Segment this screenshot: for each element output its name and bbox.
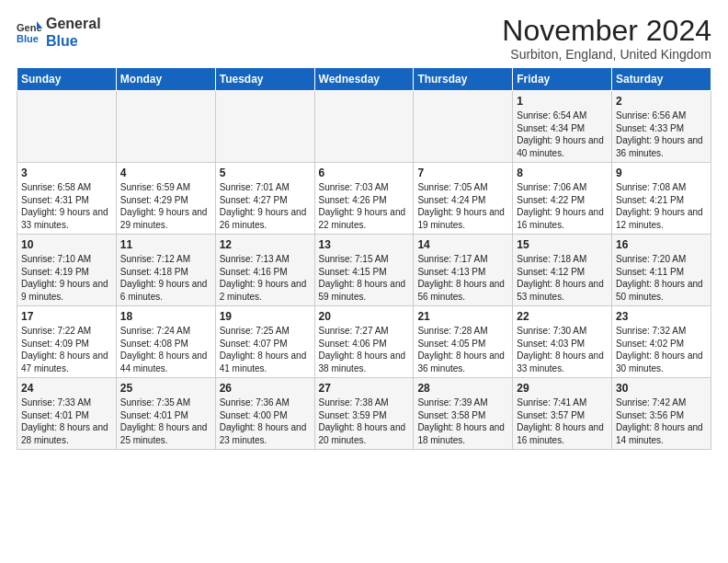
col-monday: Monday — [116, 68, 215, 91]
day-number: 30 — [616, 382, 707, 395]
cell-sun-info: Sunrise: 7:06 AM Sunset: 4:22 PM Dayligh… — [517, 181, 608, 231]
day-number: 19 — [220, 310, 311, 323]
cell-sun-info: Sunrise: 7:10 AM Sunset: 4:19 PM Dayligh… — [21, 253, 112, 303]
cell-sun-info: Sunrise: 7:24 AM Sunset: 4:08 PM Dayligh… — [120, 325, 211, 374]
day-number: 4 — [120, 167, 211, 179]
calendar-cell: 18Sunrise: 7:24 AM Sunset: 4:08 PM Dayli… — [116, 306, 215, 378]
calendar-cell — [17, 91, 117, 163]
day-number: 18 — [120, 310, 211, 323]
calendar-cell: 16Sunrise: 7:20 AM Sunset: 4:11 PM Dayli… — [612, 235, 711, 306]
cell-sun-info: Sunrise: 7:36 AM Sunset: 4:00 PM Dayligh… — [220, 396, 311, 446]
cell-sun-info: Sunrise: 7:08 AM Sunset: 4:21 PM Dayligh… — [616, 181, 707, 231]
cell-sun-info: Sunrise: 7:05 AM Sunset: 4:24 PM Dayligh… — [417, 181, 508, 231]
col-saturday: Saturday — [612, 68, 711, 91]
calendar-cell: 19Sunrise: 7:25 AM Sunset: 4:07 PM Dayli… — [215, 306, 314, 378]
day-number: 13 — [319, 238, 410, 251]
day-number: 22 — [517, 310, 608, 323]
day-number: 16 — [616, 238, 707, 251]
calendar-cell: 17Sunrise: 7:22 AM Sunset: 4:09 PM Dayli… — [17, 306, 117, 378]
day-number: 5 — [220, 167, 311, 179]
calendar-cell: 8Sunrise: 7:06 AM Sunset: 4:22 PM Daylig… — [513, 163, 612, 235]
day-number: 28 — [417, 382, 508, 395]
cell-sun-info: Sunrise: 7:25 AM Sunset: 4:07 PM Dayligh… — [220, 325, 311, 374]
cell-sun-info: Sunrise: 7:41 AM Sunset: 3:57 PM Dayligh… — [517, 396, 608, 446]
calendar-cell: 12Sunrise: 7:13 AM Sunset: 4:16 PM Dayli… — [215, 235, 314, 306]
logo: General Blue General Blue — [17, 15, 101, 50]
calendar-cell: 11Sunrise: 7:12 AM Sunset: 4:18 PM Dayli… — [116, 235, 215, 306]
cell-sun-info: Sunrise: 7:01 AM Sunset: 4:27 PM Dayligh… — [220, 181, 311, 231]
calendar-cell: 24Sunrise: 7:33 AM Sunset: 4:01 PM Dayli… — [17, 378, 117, 450]
cell-sun-info: Sunrise: 7:30 AM Sunset: 4:03 PM Dayligh… — [517, 325, 608, 374]
calendar-cell: 9Sunrise: 7:08 AM Sunset: 4:21 PM Daylig… — [612, 163, 711, 235]
calendar-row-2: 10Sunrise: 7:10 AM Sunset: 4:19 PM Dayli… — [17, 235, 711, 306]
calendar-cell: 15Sunrise: 7:18 AM Sunset: 4:12 PM Dayli… — [513, 235, 612, 306]
day-number: 25 — [120, 382, 211, 395]
cell-sun-info: Sunrise: 6:54 AM Sunset: 4:34 PM Dayligh… — [517, 109, 608, 159]
month-year-title: November 2024 — [502, 15, 711, 47]
svg-text:Blue: Blue — [17, 33, 39, 44]
day-number: 8 — [517, 167, 608, 179]
day-number: 17 — [21, 310, 112, 323]
day-number: 14 — [417, 238, 508, 251]
col-thursday: Thursday — [414, 68, 513, 91]
day-number: 9 — [616, 167, 707, 179]
day-number: 2 — [616, 95, 707, 108]
calendar-cell: 3Sunrise: 6:58 AM Sunset: 4:31 PM Daylig… — [17, 163, 117, 235]
cell-sun-info: Sunrise: 7:12 AM Sunset: 4:18 PM Dayligh… — [120, 253, 211, 303]
day-number: 23 — [616, 310, 707, 323]
calendar-cell — [215, 91, 314, 163]
col-friday: Friday — [513, 68, 612, 91]
calendar-cell: 28Sunrise: 7:39 AM Sunset: 3:58 PM Dayli… — [414, 378, 513, 450]
calendar-cell: 14Sunrise: 7:17 AM Sunset: 4:13 PM Dayli… — [414, 235, 513, 306]
day-number: 26 — [220, 382, 311, 395]
header: General Blue General Blue November 2024 … — [17, 15, 711, 62]
calendar-cell: 13Sunrise: 7:15 AM Sunset: 4:15 PM Dayli… — [314, 235, 414, 306]
header-row: Sunday Monday Tuesday Wednesday Thursday… — [17, 68, 711, 91]
cell-sun-info: Sunrise: 6:58 AM Sunset: 4:31 PM Dayligh… — [21, 181, 112, 231]
cell-sun-info: Sunrise: 6:59 AM Sunset: 4:29 PM Dayligh… — [120, 181, 211, 231]
calendar-cell: 2Sunrise: 6:56 AM Sunset: 4:33 PM Daylig… — [612, 91, 711, 163]
cell-sun-info: Sunrise: 7:18 AM Sunset: 4:12 PM Dayligh… — [517, 253, 608, 303]
day-number: 20 — [319, 310, 410, 323]
cell-sun-info: Sunrise: 7:28 AM Sunset: 4:05 PM Dayligh… — [417, 325, 508, 374]
day-number: 15 — [517, 238, 608, 251]
day-number: 21 — [417, 310, 508, 323]
day-number: 27 — [319, 382, 410, 395]
calendar-row-0: 1Sunrise: 6:54 AM Sunset: 4:34 PM Daylig… — [17, 91, 711, 163]
cell-sun-info: Sunrise: 7:33 AM Sunset: 4:01 PM Dayligh… — [21, 396, 112, 446]
logo-icon: General Blue — [17, 19, 42, 45]
day-number: 11 — [120, 238, 211, 251]
day-number: 1 — [517, 95, 608, 108]
cell-sun-info: Sunrise: 7:03 AM Sunset: 4:26 PM Dayligh… — [319, 181, 410, 231]
cell-sun-info: Sunrise: 7:32 AM Sunset: 4:02 PM Dayligh… — [616, 325, 707, 374]
calendar-row-3: 17Sunrise: 7:22 AM Sunset: 4:09 PM Dayli… — [17, 306, 711, 378]
calendar-cell: 5Sunrise: 7:01 AM Sunset: 4:27 PM Daylig… — [215, 163, 314, 235]
cell-sun-info: Sunrise: 7:20 AM Sunset: 4:11 PM Dayligh… — [616, 253, 707, 303]
cell-sun-info: Sunrise: 7:38 AM Sunset: 3:59 PM Dayligh… — [319, 396, 410, 446]
calendar-cell: 20Sunrise: 7:27 AM Sunset: 4:06 PM Dayli… — [314, 306, 414, 378]
calendar-cell — [314, 91, 414, 163]
col-wednesday: Wednesday — [314, 68, 414, 91]
logo-general-text: General — [46, 16, 101, 31]
location-subtitle: Surbiton, England, United Kingdom — [502, 47, 711, 62]
day-number: 3 — [21, 167, 112, 179]
cell-sun-info: Sunrise: 7:22 AM Sunset: 4:09 PM Dayligh… — [21, 325, 112, 374]
calendar-cell: 26Sunrise: 7:36 AM Sunset: 4:00 PM Dayli… — [215, 378, 314, 450]
calendar-cell: 22Sunrise: 7:30 AM Sunset: 4:03 PM Dayli… — [513, 306, 612, 378]
calendar-cell: 21Sunrise: 7:28 AM Sunset: 4:05 PM Dayli… — [414, 306, 513, 378]
calendar-cell — [116, 91, 215, 163]
cell-sun-info: Sunrise: 7:13 AM Sunset: 4:16 PM Dayligh… — [220, 253, 311, 303]
day-number: 29 — [517, 382, 608, 395]
calendar-cell: 10Sunrise: 7:10 AM Sunset: 4:19 PM Dayli… — [17, 235, 117, 306]
cell-sun-info: Sunrise: 7:42 AM Sunset: 3:56 PM Dayligh… — [616, 396, 707, 446]
calendar-row-1: 3Sunrise: 6:58 AM Sunset: 4:31 PM Daylig… — [17, 163, 711, 235]
logo-blue-text: Blue — [46, 33, 78, 49]
day-number: 7 — [417, 167, 508, 179]
cell-sun-info: Sunrise: 7:35 AM Sunset: 4:01 PM Dayligh… — [120, 396, 211, 446]
day-number: 24 — [21, 382, 112, 395]
col-tuesday: Tuesday — [215, 68, 314, 91]
day-number: 6 — [319, 167, 410, 179]
calendar-cell: 25Sunrise: 7:35 AM Sunset: 4:01 PM Dayli… — [116, 378, 215, 450]
calendar-row-4: 24Sunrise: 7:33 AM Sunset: 4:01 PM Dayli… — [17, 378, 711, 450]
cell-sun-info: Sunrise: 6:56 AM Sunset: 4:33 PM Dayligh… — [616, 109, 707, 159]
